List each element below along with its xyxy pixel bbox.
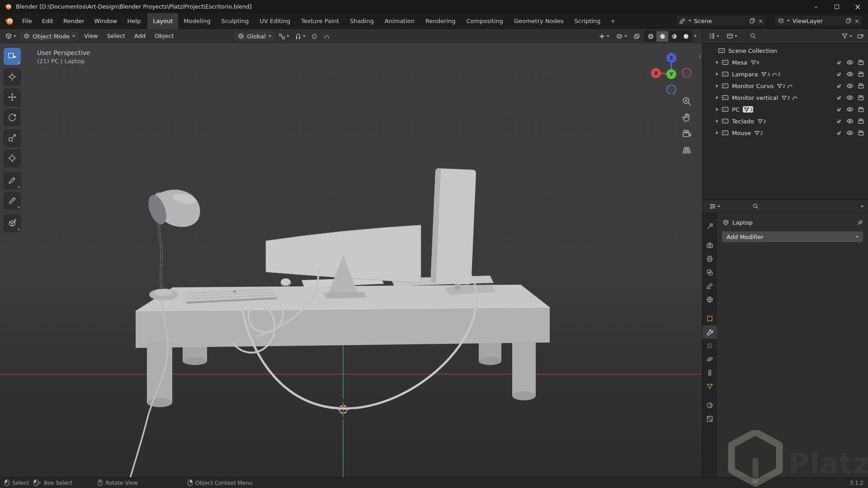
- shading-wireframe-button[interactable]: [645, 31, 656, 42]
- camera-toggle-icon[interactable]: [858, 71, 864, 77]
- disclosure-arrow-icon[interactable]: [716, 131, 718, 135]
- scene-selector[interactable]: Scene ×: [676, 15, 766, 26]
- camera-toggle-icon[interactable]: [858, 106, 864, 113]
- disclosure-arrow-icon[interactable]: [716, 61, 718, 64]
- checkbox-icon[interactable]: [835, 130, 842, 136]
- collection-label[interactable]: PC: [732, 106, 740, 113]
- eye-icon[interactable]: [846, 59, 854, 66]
- show-overlays-button[interactable]: [613, 31, 629, 42]
- pin-icon[interactable]: [857, 219, 863, 226]
- search-icon[interactable]: [752, 203, 759, 210]
- outliner-row-teclado[interactable]: Teclado 2: [703, 115, 868, 127]
- properties-tab-scene[interactable]: [703, 279, 717, 293]
- xray-toggle-button[interactable]: [631, 31, 642, 42]
- outliner-row-pc[interactable]: PC 3: [703, 103, 868, 115]
- workspace-tab-compositing[interactable]: Compositing: [461, 13, 509, 29]
- menu-edit[interactable]: Edit: [37, 13, 58, 29]
- proportional-editing-button[interactable]: [309, 31, 320, 42]
- tool-annotate[interactable]: [4, 172, 21, 189]
- tool-rotate[interactable]: [4, 109, 21, 126]
- properties-tab-material[interactable]: [703, 399, 717, 412]
- new-viewlayer-icon[interactable]: [845, 18, 852, 24]
- eye-icon[interactable]: [846, 106, 854, 113]
- sidebar-toggle-arrow[interactable]: ‹: [698, 52, 701, 60]
- workspace-tab-geometry-nodes[interactable]: Geometry Nodes: [509, 13, 569, 29]
- camera-toggle-icon[interactable]: [858, 83, 864, 89]
- remove-viewlayer-icon[interactable]: ×: [854, 18, 859, 24]
- proportional-falloff-button[interactable]: [321, 31, 332, 42]
- gizmo-axis-z-neg[interactable]: [667, 85, 676, 94]
- blender-menu-button[interactable]: [0, 16, 17, 26]
- disclosure-arrow-icon[interactable]: [716, 119, 718, 123]
- tool-box-select[interactable]: [4, 48, 21, 65]
- collection-label[interactable]: Monitor Curvo: [732, 83, 774, 89]
- checkbox-icon[interactable]: [835, 83, 842, 89]
- close-button[interactable]: ×: [847, 0, 868, 13]
- pivot-point-button[interactable]: [276, 31, 292, 42]
- workspace-tab-uv-editing[interactable]: UV Editing: [254, 13, 296, 29]
- outliner-row-lampara[interactable]: Lampara 3 2: [703, 68, 868, 80]
- properties-editor-type-button[interactable]: [707, 201, 722, 212]
- properties-tab-render[interactable]: [703, 239, 717, 252]
- new-scene-icon[interactable]: [749, 18, 755, 24]
- scene-3d[interactable]: [0, 43, 702, 477]
- show-gizmo-button[interactable]: [596, 31, 612, 42]
- menu-render[interactable]: Render: [58, 13, 89, 29]
- properties-tab-particles[interactable]: [703, 339, 717, 352]
- checkbox-icon[interactable]: [835, 59, 842, 66]
- eye-icon[interactable]: [846, 130, 854, 136]
- menu-file[interactable]: File: [17, 13, 37, 29]
- camera-toggle-icon[interactable]: [858, 59, 864, 66]
- menu-view[interactable]: View: [80, 29, 102, 43]
- menu-object[interactable]: Object: [151, 29, 178, 43]
- zoom-icon[interactable]: [681, 96, 692, 107]
- shading-solid-button[interactable]: [656, 31, 668, 42]
- breadcrumb-object-name[interactable]: Laptop: [732, 219, 753, 226]
- properties-tab-world[interactable]: [703, 293, 717, 306]
- collapse-chevron-icon[interactable]: [861, 206, 863, 207]
- add-workspace-button[interactable]: +: [606, 13, 620, 29]
- editor-type-button[interactable]: [3, 31, 19, 42]
- minimize-button[interactable]: –: [806, 0, 826, 13]
- collection-label[interactable]: Teclado: [732, 118, 754, 125]
- workspace-tab-scripting[interactable]: Scripting: [569, 13, 606, 29]
- menu-select[interactable]: Select: [103, 29, 129, 43]
- properties-tab-tool[interactable]: [703, 220, 717, 233]
- outliner-editor-type-button[interactable]: [706, 31, 722, 42]
- menu-help[interactable]: Help: [123, 13, 146, 29]
- camera-toggle-icon[interactable]: [858, 130, 864, 136]
- properties-tab-modifiers[interactable]: [703, 325, 717, 339]
- properties-tab-output[interactable]: [703, 252, 717, 266]
- outliner-row-scene-collection[interactable]: Scene Collection: [703, 45, 868, 56]
- properties-tab-object[interactable]: [703, 312, 717, 325]
- menu-window[interactable]: Window: [89, 13, 122, 29]
- properties-tab-physics[interactable]: [703, 352, 717, 366]
- eye-icon[interactable]: [846, 83, 854, 89]
- menu-add[interactable]: Add: [130, 29, 150, 43]
- tool-measure[interactable]: [4, 192, 21, 209]
- collection-label[interactable]: Lampara: [732, 71, 758, 78]
- snap-toggle-button[interactable]: [292, 31, 308, 42]
- eye-icon[interactable]: [846, 94, 854, 101]
- unlink-scene-icon[interactable]: ×: [758, 18, 763, 24]
- shading-options-chevron-icon[interactable]: [694, 35, 697, 37]
- workspace-tab-modeling[interactable]: Modeling: [178, 13, 216, 29]
- workspace-tab-layout[interactable]: Layout: [147, 13, 178, 29]
- disclosure-arrow-icon[interactable]: [716, 96, 718, 99]
- pan-hand-icon[interactable]: [681, 112, 692, 123]
- workspace-tab-texture-paint[interactable]: Texture Paint: [296, 13, 344, 29]
- outliner-row-mesa[interactable]: Mesa 6: [703, 56, 868, 68]
- properties-tab-view-layer[interactable]: [703, 266, 717, 279]
- outliner-row-mouse[interactable]: Mouse 2: [703, 127, 868, 139]
- shading-rendered-button[interactable]: [680, 31, 692, 42]
- navigation-gizmo[interactable]: Z X Y: [650, 51, 693, 95]
- properties-tab-object-data[interactable]: [703, 380, 717, 393]
- outliner-row-monitor-curvo[interactable]: Monitor Curvo 2: [703, 80, 868, 92]
- checkbox-icon[interactable]: [835, 106, 842, 113]
- outliner-row-monitor-vertical[interactable]: Monitor vertical 2: [703, 92, 868, 103]
- transform-orientation-selector[interactable]: Global: [234, 31, 275, 42]
- outliner-filter-button[interactable]: [839, 31, 854, 42]
- camera-toggle-icon[interactable]: [858, 118, 864, 124]
- disclosure-arrow-icon[interactable]: [716, 108, 718, 111]
- viewlayer-selector[interactable]: ViewLayer ×: [774, 15, 863, 26]
